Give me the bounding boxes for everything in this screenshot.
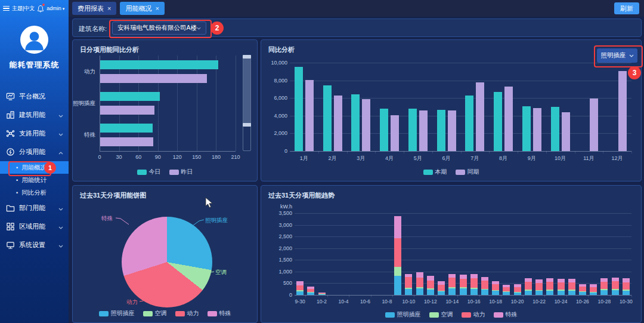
sidebar-item-label: 建筑用能 [19, 110, 58, 119]
bar-segment [525, 291, 532, 295]
bar-segment [525, 290, 532, 291]
chevron-down-icon [58, 112, 63, 119]
legend-item[interactable]: 特殊 [208, 309, 231, 318]
legend-item[interactable]: 同期 [456, 168, 479, 176]
legend-item[interactable]: 特殊 [494, 310, 518, 319]
legend-label: 空调 [155, 309, 167, 318]
pie-slice-label: 特殊 [101, 215, 113, 223]
x-tick-label: 10-22 [528, 299, 550, 304]
sidebar-item[interactable]: 区域用能 [0, 217, 69, 236]
legend-item[interactable]: 照明插座 [385, 310, 421, 319]
legend-label: 动力 [187, 309, 199, 318]
datazoom-handle-top[interactable] [243, 55, 251, 59]
sidebar-subitem[interactable]: •同比分析 [0, 186, 69, 199]
username: admin [47, 5, 61, 11]
y-tick-label: 6,000 [264, 95, 287, 101]
pie-chart[interactable] [122, 217, 212, 307]
gridline [295, 272, 631, 272]
tab[interactable]: 费用报表× [72, 2, 116, 15]
x-tick-label: 10-4 [332, 299, 355, 304]
bar-segment [470, 289, 478, 295]
datazoom-slider[interactable] [243, 56, 251, 151]
axis-tick [371, 295, 371, 297]
legend-item[interactable]: 空调 [143, 309, 167, 318]
y-tick-label: 3,500 [268, 210, 292, 216]
bar-segment [394, 238, 401, 267]
sidebar-item[interactable]: 平台概况 [0, 87, 69, 106]
bar-segment [296, 290, 304, 291]
theme-language-switcher[interactable]: 主题|中文 [12, 5, 35, 13]
bar-segment [460, 287, 467, 288]
sidebar-item[interactable]: 分项用能 [0, 143, 69, 161]
legend-item[interactable]: 本期 [423, 168, 447, 176]
x-tick-label: 0 [91, 154, 109, 160]
bar-segment [481, 289, 488, 290]
legend-yoy-analysis: 本期同期 [261, 168, 641, 176]
axis-tick [461, 151, 462, 153]
axis-tick [457, 295, 458, 297]
sidebar-item[interactable]: 支路用能 [0, 124, 69, 143]
legend-pie-31days: 照明插座空调动力特殊 [73, 309, 257, 318]
sidebar-item[interactable]: 部门用能 [0, 199, 69, 217]
bar-segment [448, 288, 456, 295]
y-tick-label: 4,000 [264, 113, 287, 119]
legend-item[interactable]: 动力 [175, 309, 199, 318]
bar-segment [568, 279, 575, 282]
bar-segment [590, 293, 597, 295]
bar [551, 107, 559, 151]
bullet-icon: • [16, 177, 18, 183]
axis-tick [347, 151, 348, 153]
legend-swatch [462, 312, 471, 318]
legend-item[interactable]: 空调 [429, 310, 453, 319]
gridline [216, 56, 216, 151]
legend-swatch [494, 312, 503, 318]
legend-item[interactable]: 今日 [137, 168, 161, 176]
sidebar-item[interactable]: 系统设置 [0, 236, 69, 254]
bar-segment [568, 282, 575, 290]
bar-segment [427, 281, 434, 288]
refresh-button[interactable]: 刷新 [614, 2, 639, 14]
legend-swatch [99, 311, 109, 316]
axis-tick [523, 295, 524, 297]
bar-segment [503, 287, 510, 291]
notification-bell-icon[interactable] [37, 5, 44, 13]
legend-swatch [175, 311, 185, 316]
building-select[interactable]: 安科瑞电气股份有限公司A楼 [112, 21, 206, 35]
x-tick-label: 10-6 [354, 299, 376, 304]
tab[interactable]: 用能概况× [120, 2, 164, 15]
sidebar-subitem[interactable]: •用能概况 [0, 161, 69, 174]
legend-swatch [456, 170, 465, 175]
gridline [236, 56, 236, 151]
bar-segment [525, 278, 532, 282]
bar-segment [612, 281, 619, 289]
sidebar-subitem[interactable]: •用能统计 [0, 174, 69, 186]
x-tick-label: 60 [129, 154, 147, 160]
x-tick-label: 12月 [603, 155, 631, 162]
chevron-down-icon [58, 242, 63, 249]
bar [351, 94, 360, 151]
hamburger-menu-icon[interactable] [3, 6, 10, 11]
axis-tick [588, 295, 589, 297]
tab-close-icon[interactable]: × [107, 5, 111, 12]
legend-item[interactable]: 动力 [462, 310, 485, 319]
sidebar-item[interactable]: 建筑用能 [0, 106, 69, 124]
axis-tick [392, 295, 393, 297]
bar-segment [503, 292, 510, 295]
panel-daily-subentry-yoy: 日分项用能同比分析 0306090120150180210动力照明插座特殊 今日… [72, 39, 258, 182]
bar [362, 99, 370, 151]
bar-segment [623, 290, 630, 291]
axis-tick [610, 295, 611, 297]
bar-segment [492, 281, 499, 284]
bar-segment [296, 285, 304, 290]
legend-item[interactable]: 昨日 [169, 168, 193, 176]
branch-energy-icon [5, 129, 15, 138]
datazoom-window[interactable] [243, 56, 250, 125]
legend-item[interactable]: 照明插座 [99, 309, 135, 318]
datazoom-handle-bottom[interactable] [243, 123, 251, 127]
bar [391, 115, 399, 151]
axis-tick [546, 151, 547, 153]
chevron-down-icon: ▾ [63, 7, 65, 11]
tab-close-icon[interactable]: × [155, 5, 159, 12]
user-menu[interactable]: admin ▾ [47, 5, 64, 11]
bar-segment [503, 285, 510, 287]
